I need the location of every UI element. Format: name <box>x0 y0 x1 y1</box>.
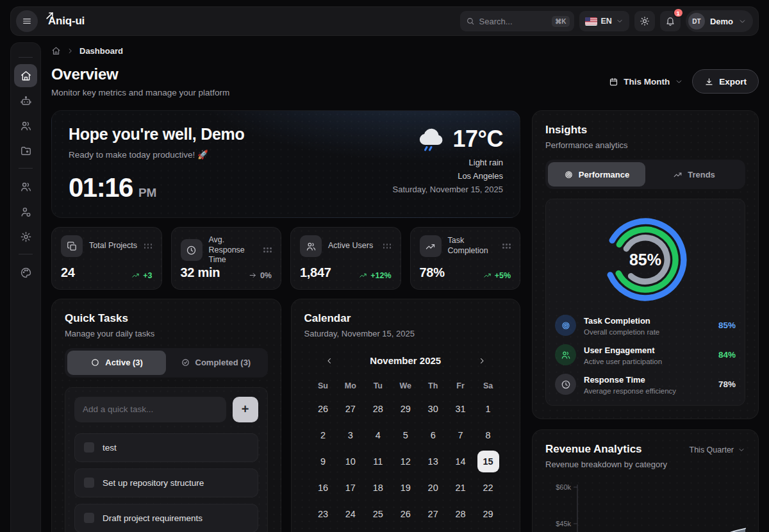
folder-icon <box>20 145 32 157</box>
user-menu[interactable]: DT Demo <box>686 10 753 32</box>
sidebar-item-home[interactable] <box>14 64 37 87</box>
performance-donut-chart: 85% <box>555 211 736 308</box>
calendar-day[interactable]: 10 <box>340 451 361 472</box>
metric-user-engagement: User EngagementActive user participation… <box>555 344 736 365</box>
stat-card-total-projects: Total Projects 24 +3 <box>51 227 162 290</box>
calendar-day[interactable]: 2 <box>312 424 334 446</box>
task-row[interactable]: Draft project requirements <box>74 504 258 532</box>
export-label: Export <box>719 77 747 87</box>
stat-card-task-completion: Task Completion 78% +5% <box>410 227 521 290</box>
sidebar-item-account[interactable] <box>14 200 37 223</box>
sidebar-item-projects[interactable] <box>14 139 37 162</box>
breadcrumb: Dashboard <box>51 46 759 56</box>
tab-trends[interactable]: Trends <box>645 162 743 187</box>
calendar-day[interactable]: 25 <box>367 503 389 525</box>
calendar-prev-button[interactable] <box>322 354 336 368</box>
drag-handle[interactable] <box>144 244 153 249</box>
calendar-day[interactable]: 20 <box>422 477 444 499</box>
calendar-day[interactable]: 5 <box>395 424 417 446</box>
task-checkbox[interactable] <box>84 478 94 488</box>
theme-toggle-button[interactable] <box>634 11 655 31</box>
calendar-day[interactable]: 16 <box>312 477 334 499</box>
calendar-day-header: Sa <box>483 378 493 394</box>
calendar-day[interactable]: 11 <box>367 451 389 472</box>
calendar-day[interactable]: 3 <box>340 424 361 446</box>
calendar-month-label: November 2025 <box>370 355 441 366</box>
users-icon <box>20 181 32 193</box>
calendar-day[interactable]: 29 <box>395 398 417 420</box>
sidebar-item-appearance[interactable] <box>14 261 37 284</box>
stat-value: 78% <box>420 265 445 280</box>
calendar-day[interactable]: 15 <box>477 451 499 472</box>
calendar-day[interactable]: 12 <box>395 451 417 472</box>
users-icon <box>306 241 317 252</box>
sidebar-item-team[interactable] <box>14 175 37 198</box>
calendar-next-button[interactable] <box>475 354 489 368</box>
task-checkbox[interactable] <box>84 513 94 523</box>
revenue-period-selector[interactable]: This Quarter <box>690 445 745 454</box>
tab-active-tasks[interactable]: Active (3) <box>67 351 166 375</box>
add-task-input[interactable] <box>74 397 226 422</box>
search-input[interactable] <box>479 17 548 26</box>
calendar-day[interactable]: 8 <box>477 424 499 446</box>
calendar-day[interactable]: 28 <box>367 398 389 420</box>
task-row[interactable]: test <box>74 433 258 462</box>
calendar-day[interactable]: 17 <box>340 477 361 499</box>
task-row[interactable]: Set up repository structure <box>74 469 258 497</box>
calendar-day[interactable]: 21 <box>450 477 472 499</box>
calendar-day[interactable]: 30 <box>422 398 444 420</box>
drag-handle[interactable] <box>263 247 272 253</box>
tab-performance[interactable]: Performance <box>548 162 645 187</box>
menu-toggle-button[interactable] <box>16 10 38 32</box>
calendar-day[interactable]: 9 <box>312 451 334 472</box>
copy-icon <box>67 241 78 252</box>
drag-handle[interactable] <box>383 244 392 249</box>
performance-donut <box>597 211 694 308</box>
chevron-down-icon <box>616 17 624 25</box>
sidebar-item-assistant[interactable] <box>14 89 37 112</box>
calendar-day[interactable]: 13 <box>422 451 444 472</box>
calendar-day[interactable]: 27 <box>340 398 361 420</box>
add-task-button[interactable]: + <box>233 397 258 422</box>
calendar-day[interactable]: 18 <box>367 477 389 499</box>
calendar-day-header: Th <box>428 378 438 394</box>
calendar-day[interactable]: 31 <box>450 398 472 420</box>
calendar-day[interactable]: 22 <box>477 477 499 499</box>
calendar-day[interactable]: 1 <box>477 398 499 420</box>
calendar-day[interactable]: 19 <box>395 477 417 499</box>
calendar-day[interactable]: 24 <box>340 503 361 525</box>
clock-icon <box>186 245 197 256</box>
home-icon[interactable] <box>51 46 61 56</box>
drag-handle[interactable] <box>502 244 511 249</box>
calendar-day-header: Fr <box>456 378 465 394</box>
calendar-day[interactable]: 14 <box>450 451 472 472</box>
calendar-day[interactable]: 6 <box>422 424 444 446</box>
task-checkbox[interactable] <box>84 442 94 453</box>
stat-card-active-users: Active Users 1,847 +12% <box>290 227 401 290</box>
calendar-day[interactable]: 23 <box>312 503 334 525</box>
sidebar-divider <box>19 254 33 254</box>
notifications-button[interactable]: 1 <box>660 11 681 31</box>
sidebar-item-users[interactable] <box>14 114 37 137</box>
calendar-day[interactable]: 26 <box>312 398 334 420</box>
period-selector[interactable]: This Month <box>609 77 683 87</box>
calendar-day[interactable]: 26 <box>395 503 417 525</box>
breadcrumb-current[interactable]: Dashboard <box>79 46 123 56</box>
calendar-day[interactable]: 27 <box>422 503 444 525</box>
export-button[interactable]: Export <box>692 69 759 94</box>
weather-date: Saturday, November 15, 2025 <box>393 185 503 194</box>
revenue-title: Revenue Analytics <box>545 443 667 456</box>
sun-icon <box>640 16 650 26</box>
sidebar-item-settings[interactable] <box>14 225 37 248</box>
stat-label: Avg. Response Time <box>209 235 258 265</box>
calendar-day[interactable]: 28 <box>450 503 472 525</box>
calendar-day[interactable]: 29 <box>477 503 499 525</box>
logo[interactable]: Aniq-ui <box>47 15 85 28</box>
tab-completed-tasks[interactable]: Completed (3) <box>166 351 265 375</box>
search-box[interactable]: ⌘K <box>460 11 574 31</box>
arrow-right-icon <box>249 271 257 279</box>
clock-meridiem: PM <box>138 186 157 200</box>
calendar-day[interactable]: 7 <box>450 424 472 446</box>
language-selector[interactable]: EN <box>579 11 629 31</box>
calendar-day[interactable]: 4 <box>367 424 389 446</box>
